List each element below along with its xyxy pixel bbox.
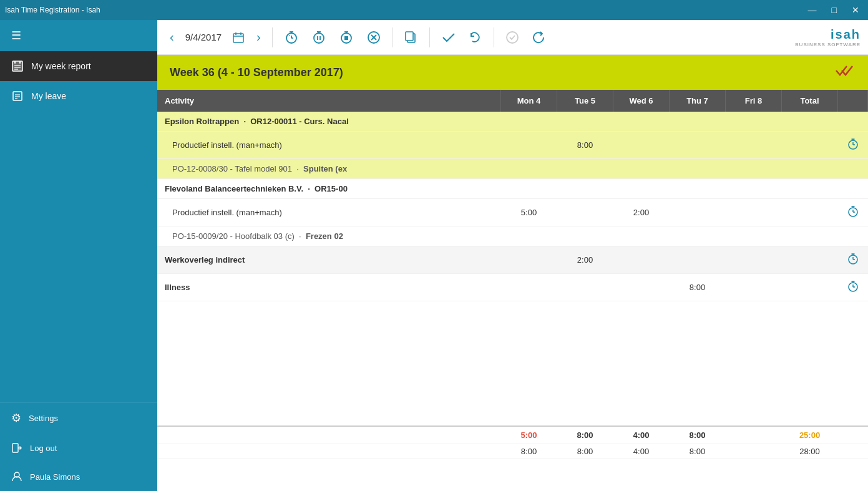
timer-icon-cell[interactable] bbox=[838, 199, 868, 226]
week-table: Activity Mon 4 Tue 5 Wed 6 Thu 7 Fri 8 T… bbox=[157, 90, 868, 459]
timer-pause-button[interactable] bbox=[306, 26, 331, 49]
tue-cell bbox=[557, 159, 613, 179]
totals2-tue: 8:00 bbox=[557, 444, 613, 459]
thu-cell bbox=[670, 246, 726, 274]
thu-cell: 8:00 bbox=[670, 274, 726, 301]
total-cell bbox=[782, 179, 838, 199]
table-row[interactable]: Illness 8:00 bbox=[157, 274, 868, 301]
tue-cell: 8:00 bbox=[557, 132, 613, 159]
sidebar-item-label: My leave bbox=[31, 91, 66, 101]
svg-rect-35 bbox=[406, 32, 413, 41]
totals-wed: 4:00 bbox=[613, 426, 670, 444]
fri-cell bbox=[726, 179, 782, 199]
logout-label: Log out bbox=[30, 444, 57, 453]
activity-cell: Epsilon Roltrappen · OR12-00011 - Curs. … bbox=[157, 112, 501, 132]
wed-cell bbox=[613, 132, 670, 159]
sidebar: ☰ My week report bbox=[0, 20, 157, 491]
table-row[interactable]: Werkoverleg indirect 2:00 bbox=[157, 246, 868, 274]
mon-cell bbox=[501, 179, 557, 199]
totals-row-2: 8:00 8:00 4:00 8:00 28:00 bbox=[157, 444, 868, 459]
total-cell bbox=[782, 246, 838, 274]
table-row[interactable]: PO-12-0008/30 - Tafel model 901 · Spuite… bbox=[157, 159, 868, 179]
minimize-button[interactable]: ― bbox=[804, 4, 821, 16]
refresh-button[interactable] bbox=[527, 27, 550, 48]
app-layout: ☰ My week report bbox=[0, 20, 868, 491]
app-title: Isah Time Registration - Isah bbox=[5, 6, 100, 14]
sidebar-item-settings[interactable]: ⚙ Settings bbox=[0, 402, 157, 434]
separator-4 bbox=[494, 27, 494, 47]
week-title: Week 36 (4 - 10 September 2017) bbox=[170, 66, 343, 79]
totals-thu: 8:00 bbox=[670, 426, 726, 444]
table-row[interactable]: Productief instell. (man+mach) 8:00 bbox=[157, 132, 868, 159]
table-row[interactable]: PO-15-0009/20 - Hoofdbalk 03 (c) · Freze… bbox=[157, 226, 868, 246]
timer-icon-cell[interactable] bbox=[838, 246, 868, 274]
copy-button[interactable] bbox=[399, 27, 423, 48]
tue-cell bbox=[557, 112, 613, 132]
mon-cell bbox=[501, 246, 557, 274]
totals2-total: 28:00 bbox=[782, 444, 838, 459]
fri-cell bbox=[726, 132, 782, 159]
timer-start-button[interactable] bbox=[279, 26, 304, 49]
total-cell bbox=[782, 159, 838, 179]
undo-button[interactable] bbox=[464, 27, 487, 48]
tue-cell bbox=[557, 226, 613, 246]
totals2-action bbox=[838, 444, 868, 459]
cancel-button[interactable] bbox=[361, 26, 386, 49]
timer-icon-cell[interactable] bbox=[838, 132, 868, 159]
submit-button[interactable] bbox=[500, 27, 524, 48]
total-cell bbox=[782, 226, 838, 246]
back-button[interactable]: ‹ bbox=[165, 26, 179, 48]
table-header-row: Activity Mon 4 Tue 5 Wed 6 Thu 7 Fri 8 T… bbox=[157, 90, 868, 112]
timer-stop-button[interactable] bbox=[334, 26, 359, 49]
mon-cell bbox=[501, 112, 557, 132]
wed-cell bbox=[613, 179, 670, 199]
approve-button[interactable] bbox=[436, 26, 461, 49]
close-button[interactable]: ✕ bbox=[848, 4, 863, 16]
fri-cell bbox=[726, 226, 782, 246]
user-label: Paula Simons bbox=[30, 472, 80, 482]
col-action bbox=[838, 90, 868, 112]
wed-cell bbox=[613, 226, 670, 246]
svg-rect-10 bbox=[12, 444, 18, 452]
week-report-icon bbox=[11, 60, 24, 72]
totals-row-1: 5:00 8:00 4:00 8:00 25:00 bbox=[157, 426, 868, 444]
activity-cell: Productief instell. (man+mach) bbox=[157, 132, 501, 159]
action-cell bbox=[838, 179, 868, 199]
hamburger-button[interactable]: ☰ bbox=[0, 20, 157, 51]
total-cell bbox=[782, 199, 838, 226]
timer-icon-cell[interactable] bbox=[838, 274, 868, 301]
sidebar-item-user[interactable]: Paula Simons bbox=[0, 462, 157, 491]
maximize-button[interactable]: □ bbox=[828, 4, 841, 16]
toolbar: ‹ 9/4/2017 › bbox=[157, 20, 868, 55]
sidebar-item-week-report[interactable]: My week report bbox=[0, 51, 157, 81]
tue-cell bbox=[557, 179, 613, 199]
current-date: 9/4/2017 bbox=[182, 32, 225, 42]
fri-cell bbox=[726, 199, 782, 226]
sidebar-item-logout[interactable]: Log out bbox=[0, 434, 157, 462]
col-fri: Fri 8 bbox=[726, 90, 782, 112]
thu-cell bbox=[670, 199, 726, 226]
activity-cell: Werkoverleg indirect bbox=[157, 246, 501, 274]
my-leave-icon bbox=[11, 90, 24, 102]
user-icon bbox=[11, 471, 22, 482]
main-content: ‹ 9/4/2017 › bbox=[157, 20, 868, 491]
svg-rect-13 bbox=[233, 34, 243, 42]
totals-label bbox=[157, 426, 501, 444]
calendar-button[interactable] bbox=[228, 28, 249, 47]
sidebar-item-my-leave[interactable]: My leave bbox=[0, 81, 157, 111]
sidebar-item-label: My week report bbox=[31, 61, 91, 71]
action-cell bbox=[838, 112, 868, 132]
table-row[interactable]: Epsilon Roltrappen · OR12-00011 - Curs. … bbox=[157, 112, 868, 132]
thu-cell bbox=[670, 132, 726, 159]
fri-cell bbox=[726, 246, 782, 274]
wed-cell bbox=[613, 112, 670, 132]
activity-cell: PO-12-0008/30 - Tafel model 901 · Spuite… bbox=[157, 159, 501, 179]
action-cell bbox=[838, 159, 868, 179]
wed-cell bbox=[613, 274, 670, 301]
svg-rect-6 bbox=[13, 92, 22, 100]
forward-button[interactable]: › bbox=[251, 26, 266, 48]
total-cell bbox=[782, 274, 838, 301]
thu-cell bbox=[670, 112, 726, 132]
table-row[interactable]: Flevoland Balanceertechnieken B.V. · OR1… bbox=[157, 179, 868, 199]
table-row[interactable]: Productief instell. (man+mach) 5:00 2:00 bbox=[157, 199, 868, 226]
